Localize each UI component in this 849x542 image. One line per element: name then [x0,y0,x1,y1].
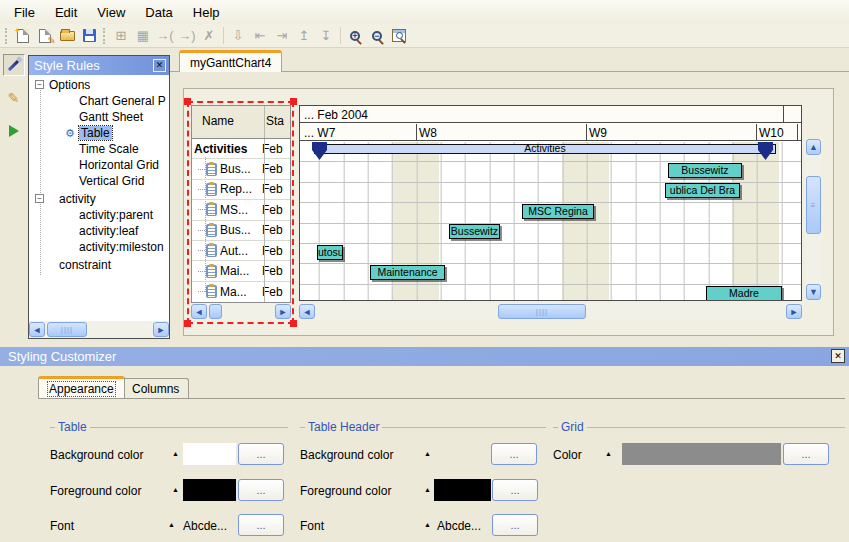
gantt-bar[interactable]: ublica Del Bra [665,183,740,198]
style-wizard-icon[interactable]: ✎ [34,26,56,46]
add-activity-icon[interactable]: ⊞ [110,26,132,46]
scroll-right-icon[interactable]: ► [153,322,169,337]
week-label: ... W7 [304,126,335,140]
new-document-icon[interactable] [12,26,34,46]
scroll-thumb[interactable]: |||| [498,304,586,319]
menu-help[interactable]: Help [183,2,230,23]
tree-item-activity-milestone[interactable]: activity:mileston [79,239,164,255]
edit-pencil-icon[interactable]: ✎ [3,87,25,109]
tree-item-vertical-grid[interactable]: Vertical Grid [79,173,144,189]
table-font-picker-button[interactable]: ... [238,514,284,536]
link-to-icon[interactable]: →) [176,26,198,46]
summary-bar-label: Activities [314,143,776,154]
collapse-icon[interactable]: − [35,80,44,89]
tree-item-gantt-sheet[interactable]: Gantt Sheet [79,109,143,125]
sheet-hscrollbar[interactable]: ◄ |||| ► [299,303,802,320]
gantt-bar[interactable]: Maintenance [370,265,445,280]
override-marker: ▲ [424,486,431,493]
table-font-preview: Abcde... [183,519,227,533]
toolbar-separator [340,27,341,44]
outdent-icon[interactable]: ⇤ [249,26,271,46]
scroll-up-icon[interactable]: ▲ [806,139,821,155]
override-marker: ▲ [168,521,175,528]
menu-file[interactable]: File [4,2,45,23]
menu-view[interactable]: View [87,2,135,23]
table-foreground-picker-button[interactable]: ... [238,479,284,501]
scroll-thumb[interactable]: ≡ [806,176,821,234]
tree-item-activity[interactable]: − activity [59,191,96,207]
menu-edit[interactable]: Edit [45,2,87,23]
tree-item-horizontal-grid[interactable]: Horizontal Grid [79,157,159,173]
menu-data[interactable]: Data [135,2,182,23]
header-font-picker-button[interactable]: ... [492,514,538,536]
close-icon[interactable]: ✕ [153,59,166,72]
field-label: Background color [50,448,143,462]
tree-item-time-scale[interactable]: Time Scale [79,141,139,157]
zoom-window-icon[interactable] [388,26,410,46]
table-view-icon[interactable]: ▦ [132,26,154,46]
scroll-thumb[interactable]: |||| [47,322,87,337]
selection-handle[interactable] [184,98,191,105]
table-background-swatch [183,443,236,465]
indent-icon[interactable]: ⇥ [271,26,293,46]
tree-item-table[interactable]: ⚙ Table [79,125,112,141]
grid-color-picker-button[interactable]: ... [783,443,829,465]
scroll-left-icon[interactable]: ◄ [29,322,45,337]
tree-item-constraint[interactable]: constraint [59,257,111,273]
timescale-month-band[interactable]: ... Feb 2004 [300,106,801,123]
field-label: Background color [300,448,393,462]
tree-item-activity-parent[interactable]: activity:parent [79,207,153,223]
open-file-icon[interactable] [56,26,78,46]
sheet-vscrollbar[interactable]: ▲ ≡ ▼ [805,139,822,300]
tree-item-chart-general[interactable]: Chart General P [79,93,166,109]
gantt-bar[interactable]: Madre [706,286,782,301]
customizer-tabline [38,398,845,399]
tab-appearance[interactable]: Appearance [38,376,125,398]
style-rules-hscrollbar[interactable]: ◄ |||| ► [29,321,169,338]
table-background-picker-button[interactable]: ... [238,443,284,465]
move-down-icon[interactable]: ↧ [315,26,337,46]
month-tick [783,106,784,123]
gantt-grid[interactable]: Activities Bussewitz ublica Del Bra MSC … [300,142,801,301]
save-file-icon[interactable] [78,26,100,46]
gantt-bar[interactable]: MSC Regina [522,204,594,219]
style-rules-titlebar: Style Rules ✕ [29,56,169,75]
header-background-picker-button[interactable]: ... [491,443,537,465]
zoom-in-icon[interactable]: + [344,26,366,46]
style-rules-panel: Style Rules ✕ − Options Chart General P … [28,55,170,339]
move-up-icon[interactable]: ↥ [293,26,315,46]
scroll-left-icon[interactable]: ◄ [299,304,315,319]
selection-handle[interactable] [290,98,297,105]
timescale-week-band[interactable]: ... W7 W8 W9 W10 [300,124,801,141]
header-foreground-picker-button[interactable]: ... [492,479,538,501]
validate-icon[interactable]: ⇩ [227,26,249,46]
tree-item-options[interactable]: − Options [49,77,90,93]
gantt-bar[interactable]: Bussewitz [449,224,500,239]
gantt-bar[interactable]: utosu [317,245,343,260]
scroll-right-icon[interactable]: ► [786,304,802,319]
collapse-icon[interactable]: − [35,194,44,203]
tab-columns[interactable]: Columns [122,378,189,398]
style-rules-title: Style Rules [34,58,100,73]
toolbar: ✎ ⊞ ▦ →( →) ✗ ⇩ ⇤ ⇥ ↥ ↧ + − [0,24,849,48]
gantt-bar[interactable]: Bussewitz [668,163,742,178]
field-label: Foreground color [50,484,141,498]
tree-guide-line [40,85,41,275]
override-marker: ▲ [605,450,612,457]
tab-mygranttchart4[interactable]: myGanttChart4 [179,50,282,72]
grid-color-swatch [622,443,781,465]
selection-rectangle[interactable] [187,101,294,324]
link-from-icon[interactable]: →( [154,26,176,46]
run-icon[interactable] [3,120,25,142]
delete-icon[interactable]: ✗ [198,26,220,46]
selection-handle[interactable] [290,320,297,327]
close-icon[interactable]: ✕ [831,349,845,363]
override-marker: ▲ [424,450,431,457]
week-label: W9 [589,126,607,140]
tree-item-activity-leaf[interactable]: activity:leaf [79,223,138,239]
zoom-out-icon[interactable]: − [366,26,388,46]
style-brush-icon[interactable] [3,54,25,76]
scroll-down-icon[interactable]: ▼ [806,284,821,300]
selection-handle[interactable] [184,320,191,327]
header-font-preview: Abcde... [437,519,481,533]
